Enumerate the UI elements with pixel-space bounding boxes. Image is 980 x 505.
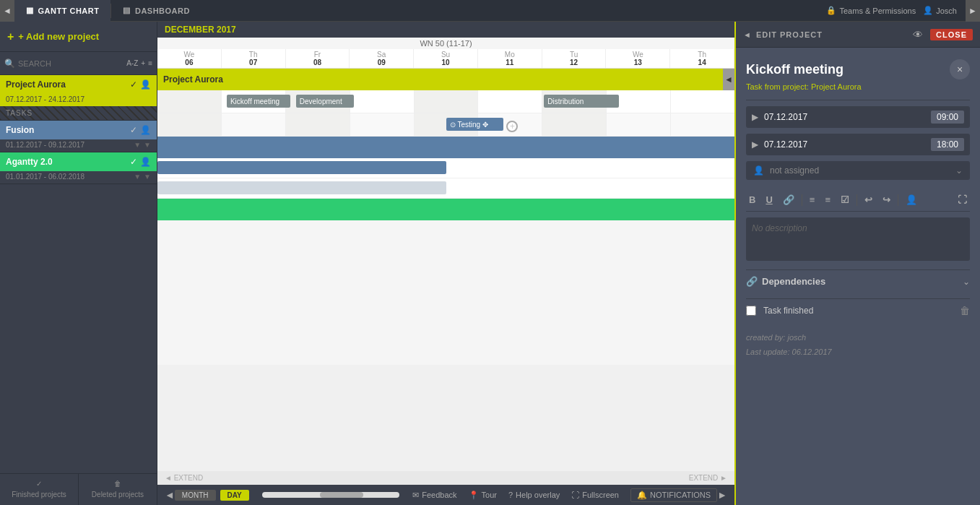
extend-left-btn[interactable]: ◄ EXTEND bbox=[165, 474, 203, 482]
bar-kickoff-meeting[interactable]: Kickoff meeting bbox=[227, 95, 290, 108]
checklist-btn[interactable]: ☑ bbox=[838, 193, 852, 207]
project-item-agantty: Agantty 2.0 ✓ 👤 01.01.2017 - 06.02.2018 … bbox=[0, 152, 157, 184]
fullscreen-editor-btn[interactable]: ⛶ bbox=[955, 193, 970, 207]
gantt-day-08: Fr08 bbox=[286, 49, 350, 68]
gantt-fusion-row2 bbox=[157, 178, 734, 199]
view-toggle: MONTH DAY bbox=[175, 490, 249, 501]
add-small-btn[interactable]: + bbox=[141, 59, 145, 67]
redo-btn[interactable]: ↪ bbox=[880, 193, 893, 207]
project-fusion-gantt-row[interactable] bbox=[157, 137, 734, 158]
feedback-link[interactable]: ✉ Feedback bbox=[412, 491, 456, 500]
agantty-user2-icon[interactable]: ▼ bbox=[144, 173, 151, 181]
finished-projects-btn[interactable]: ✓ Finished projects bbox=[0, 474, 79, 505]
end-time-field[interactable]: 18:00 bbox=[931, 138, 964, 151]
tab-dashboard[interactable]: ▤ DASHBOARD bbox=[111, 0, 201, 22]
teams-permissions-link[interactable]: 🔒 Teams & Permissions bbox=[826, 6, 916, 15]
list-view-btn[interactable]: ≡ bbox=[148, 59, 152, 67]
bar-development[interactable]: Development bbox=[296, 95, 354, 108]
fusion-bar[interactable] bbox=[157, 161, 446, 174]
notifications-link[interactable]: 🔔 NOTIFICATIONS bbox=[630, 488, 717, 502]
aurora-collapse-btn[interactable]: ◄ bbox=[723, 69, 734, 90]
gantt-day-14: Th14 bbox=[670, 49, 734, 68]
fusion-bar2[interactable] bbox=[157, 181, 446, 194]
sidebar-search-bar: 🔍 A-Z + ≡ bbox=[0, 52, 157, 75]
user-menu[interactable]: 👤 Josch bbox=[923, 6, 957, 15]
eye-icon[interactable]: 👁 bbox=[913, 29, 923, 40]
search-icon: 🔍 bbox=[4, 59, 15, 69]
list-ordered-btn[interactable]: ≡ bbox=[807, 193, 818, 207]
sort-az-btn[interactable]: A-Z bbox=[126, 59, 138, 67]
deleted-projects-btn[interactable]: 🗑 Deleted projects bbox=[79, 474, 157, 505]
user-icon: 👤 bbox=[923, 6, 933, 15]
gantt-prev-btn[interactable]: ◄ bbox=[165, 489, 175, 501]
sidebar-tools: A-Z + ≡ bbox=[126, 59, 152, 67]
add-project-btn[interactable]: + + Add new project bbox=[0, 22, 157, 52]
day-view-btn[interactable]: DAY bbox=[220, 490, 249, 501]
collapse-left-btn[interactable]: ◄ bbox=[0, 0, 14, 22]
project-aurora-gantt-row[interactable]: Project Aurora ◄ bbox=[157, 69, 734, 90]
project-aurora-link[interactable]: Project Aurora bbox=[811, 82, 862, 91]
gantt-day-13: We13 bbox=[606, 49, 670, 68]
gantt-icon: ▦ bbox=[26, 6, 34, 15]
gantt-next-btn[interactable]: ► bbox=[717, 489, 727, 501]
task-project-link: Task from project: Project Aurora bbox=[746, 82, 970, 91]
person-icon: 👤 bbox=[753, 165, 764, 176]
gantt-scroll-thumb[interactable] bbox=[320, 492, 363, 498]
fusion-check-icon: ✓ bbox=[130, 125, 137, 135]
start-date-row: ▶ 07.12.2017 09:00 bbox=[746, 106, 970, 128]
description-field[interactable]: No description bbox=[746, 217, 970, 261]
testing-drag-icon[interactable]: ✥ bbox=[482, 121, 488, 129]
project-item-aurora: Project Aurora ✓ 👤 07.12.2017 - 24.12.20… bbox=[0, 75, 157, 121]
delete-task-btn[interactable]: 🗑 bbox=[960, 305, 970, 316]
fusion-user2-icon[interactable]: ▼ bbox=[144, 141, 151, 149]
project-agantty-gantt-row[interactable] bbox=[157, 199, 734, 220]
search-input[interactable] bbox=[18, 59, 123, 68]
agantty-expand-icon[interactable]: ▼ bbox=[134, 173, 141, 181]
project-agantty-header[interactable]: Agantty 2.0 ✓ 👤 bbox=[0, 152, 157, 171]
gantt-days-header: We06 Th07 Fr08 Sa09 Su10 Mo11 Tu12 We13 … bbox=[157, 49, 734, 69]
tour-link[interactable]: 📍 Tour bbox=[469, 491, 497, 500]
close-panel-btn[interactable]: CLOSE bbox=[930, 29, 973, 40]
help-icon: ? bbox=[508, 491, 513, 499]
assignee-chevron-icon: ⌄ bbox=[955, 165, 963, 176]
gantt-testing-row: ⊙ Testing ✥ + bbox=[157, 113, 734, 137]
tour-icon: 📍 bbox=[469, 491, 479, 500]
edit-project-back-btn[interactable]: ◄ EDIT PROJECT bbox=[743, 30, 913, 39]
task-close-btn[interactable]: × bbox=[950, 59, 970, 79]
collapse-right-btn[interactable]: ► bbox=[966, 0, 980, 22]
gantt-scrollbar-area[interactable] bbox=[249, 492, 413, 498]
toolbar-sep-3 bbox=[898, 194, 898, 206]
bar-distribution[interactable]: Distribution bbox=[544, 95, 619, 108]
gantt-empty-area bbox=[157, 220, 734, 365]
underline-btn[interactable]: U bbox=[763, 193, 775, 207]
project-aurora-header[interactable]: Project Aurora ✓ 👤 bbox=[0, 75, 157, 94]
toolbar-sep-1 bbox=[802, 194, 802, 206]
dependencies-section[interactable]: 🔗 Dependencies ⌄ bbox=[746, 269, 970, 293]
link-btn[interactable]: 🔗 bbox=[780, 193, 797, 207]
bold-btn[interactable]: B bbox=[746, 193, 758, 207]
tab-gantt-chart[interactable]: ▦ GANTT CHART bbox=[14, 0, 110, 22]
trash-icon: 🗑 bbox=[114, 480, 121, 488]
project-item-fusion: Fusion ✓ 👤 01.12.2017 - 09.12.2017 ▼ ▼ bbox=[0, 121, 157, 152]
mention-btn[interactable]: 👤 bbox=[903, 193, 920, 207]
gantt-day-12: Tu12 bbox=[542, 49, 607, 68]
bar-testing[interactable]: ⊙ Testing ✥ bbox=[446, 118, 504, 131]
panel-header: ◄ EDIT PROJECT 👁 CLOSE bbox=[736, 22, 980, 48]
dependencies-expand-icon[interactable]: ⌄ bbox=[963, 277, 970, 287]
help-link[interactable]: ? Help overlay bbox=[508, 491, 560, 499]
panel-header-actions: 👁 CLOSE bbox=[913, 29, 973, 40]
fusion-expand-icon[interactable]: ▼ bbox=[134, 141, 141, 149]
top-bar: ◄ ▦ GANTT CHART ▤ DASHBOARD 🔒 Teams & Pe… bbox=[0, 0, 980, 22]
fullscreen-icon: ⛶ bbox=[571, 491, 579, 499]
undo-btn[interactable]: ↩ bbox=[862, 193, 875, 207]
list-unordered-btn[interactable]: ≡ bbox=[822, 193, 833, 207]
start-time-field[interactable]: 09:00 bbox=[931, 111, 964, 124]
gantt-area: DECEMBER 2017 WN 50 (11-17) We06 Th07 Fr… bbox=[157, 22, 734, 505]
fullscreen-link[interactable]: ⛶ Fullscreen bbox=[571, 491, 619, 499]
gantt-scrollbar[interactable] bbox=[262, 492, 400, 498]
task-finished-checkbox[interactable] bbox=[746, 306, 756, 316]
extend-right-btn[interactable]: EXTEND ► bbox=[689, 474, 727, 482]
month-view-btn[interactable]: MONTH bbox=[175, 490, 216, 501]
project-fusion-header[interactable]: Fusion ✓ 👤 bbox=[0, 121, 157, 139]
assignee-row[interactable]: 👤 not assigned ⌄ bbox=[746, 161, 970, 180]
